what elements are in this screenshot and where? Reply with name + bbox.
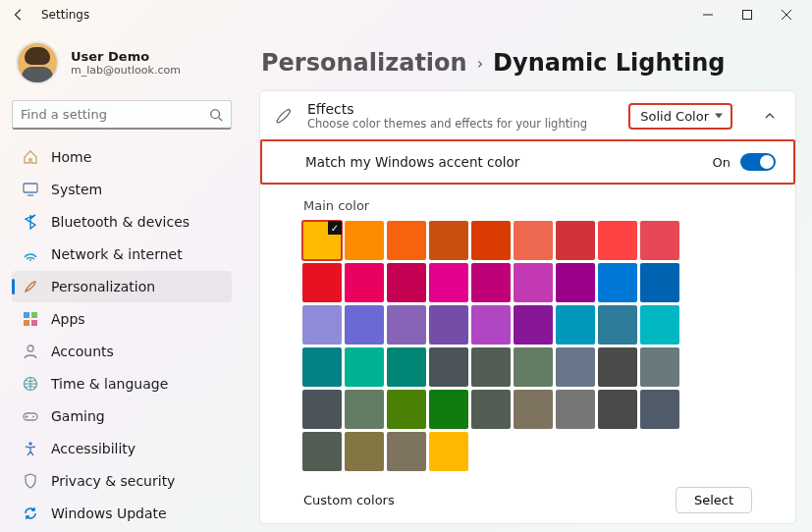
- breadcrumb: Personalization › Dynamic Lighting: [261, 49, 796, 77]
- sidebar-item-label: System: [51, 182, 102, 197]
- sidebar-item-windows-update[interactable]: Windows Update: [12, 498, 232, 529]
- color-swatch[interactable]: [429, 305, 468, 345]
- color-swatch[interactable]: [429, 221, 468, 260]
- color-swatch[interactable]: [640, 347, 679, 387]
- sidebar-item-personalization[interactable]: Personalization: [12, 271, 232, 302]
- color-swatch[interactable]: [598, 263, 637, 302]
- svg-rect-9: [24, 320, 29, 326]
- color-swatch[interactable]: [302, 432, 342, 471]
- sidebar-item-accounts[interactable]: Accounts: [12, 336, 232, 367]
- minimize-button[interactable]: [688, 0, 728, 29]
- avatar: [16, 41, 59, 84]
- back-button[interactable]: [6, 2, 31, 27]
- color-swatch[interactable]: [302, 390, 342, 429]
- sidebar-item-label: Accounts: [51, 344, 114, 359]
- color-swatch[interactable]: [598, 305, 637, 345]
- color-swatch[interactable]: [556, 221, 595, 260]
- search-box[interactable]: [12, 100, 232, 130]
- color-swatch[interactable]: [640, 263, 679, 302]
- profile-name: User Demo: [71, 49, 181, 64]
- color-swatch[interactable]: [302, 263, 342, 302]
- color-swatch[interactable]: [387, 263, 426, 302]
- color-swatch[interactable]: [471, 221, 511, 260]
- search-icon: [209, 108, 223, 122]
- color-swatch[interactable]: [387, 432, 426, 471]
- sidebar-item-label: Network & internet: [51, 246, 183, 262]
- sidebar-item-label: Accessibility: [51, 441, 135, 456]
- sidebar-item-system[interactable]: System: [12, 174, 232, 205]
- color-swatch[interactable]: [345, 347, 384, 387]
- sidebar-item-accessibility[interactable]: Accessibility: [12, 433, 232, 464]
- page-title: Dynamic Lighting: [493, 49, 725, 77]
- chevron-right-icon: ›: [477, 54, 483, 73]
- sidebar-item-apps[interactable]: Apps: [12, 303, 232, 335]
- color-swatch[interactable]: [640, 390, 679, 429]
- color-swatch[interactable]: [514, 390, 553, 429]
- color-swatch[interactable]: [387, 390, 426, 429]
- sidebar-item-gaming[interactable]: Gaming: [12, 400, 232, 432]
- sidebar-item-privacy-security[interactable]: Privacy & security: [12, 465, 232, 497]
- breadcrumb-parent[interactable]: Personalization: [261, 49, 467, 77]
- accessibility-icon: [22, 440, 39, 457]
- color-swatch[interactable]: [345, 263, 384, 302]
- system-icon: [22, 181, 39, 198]
- color-swatch[interactable]: [345, 390, 384, 429]
- color-swatch[interactable]: [514, 305, 553, 345]
- expand-toggle[interactable]: [758, 104, 782, 128]
- svg-rect-7: [24, 312, 29, 318]
- match-accent-toggle[interactable]: [740, 153, 776, 171]
- color-swatch[interactable]: [302, 305, 342, 345]
- select-custom-color-button[interactable]: Select: [676, 487, 752, 513]
- profile[interactable]: User Demo m_lab@outlook.com: [12, 37, 232, 98]
- close-button[interactable]: [767, 0, 806, 29]
- color-swatch[interactable]: [302, 347, 342, 387]
- sidebar-item-network-internet[interactable]: Network & internet: [12, 239, 232, 270]
- accounts-icon: [22, 343, 39, 360]
- search-input[interactable]: [21, 107, 209, 122]
- color-swatch[interactable]: [514, 221, 553, 260]
- color-swatch[interactable]: [471, 305, 511, 345]
- color-swatch[interactable]: [387, 221, 426, 260]
- color-swatch[interactable]: [471, 347, 511, 387]
- sidebar-item-label: Gaming: [51, 408, 105, 424]
- color-swatch[interactable]: [598, 221, 637, 260]
- arrow-left-icon: [12, 8, 26, 22]
- update-icon: [22, 505, 39, 522]
- color-swatch[interactable]: [514, 347, 553, 387]
- color-swatch[interactable]: [471, 390, 511, 429]
- color-swatch[interactable]: [387, 347, 426, 387]
- color-swatch[interactable]: [640, 221, 679, 260]
- nav-list: HomeSystemBluetooth & devicesNetwork & i…: [12, 141, 232, 529]
- effects-header[interactable]: Effects Choose color themes and effects …: [260, 91, 795, 140]
- svg-rect-10: [31, 320, 37, 326]
- color-swatch[interactable]: [556, 347, 595, 387]
- color-swatch[interactable]: [345, 221, 384, 260]
- sidebar-item-label: Bluetooth & devices: [51, 214, 189, 230]
- color-swatch[interactable]: [598, 390, 637, 429]
- color-swatch[interactable]: [429, 390, 468, 429]
- effects-dropdown[interactable]: Solid Color: [628, 103, 732, 130]
- color-swatch[interactable]: [514, 263, 553, 302]
- color-swatch[interactable]: [556, 305, 595, 345]
- effects-title: Effects: [307, 101, 587, 117]
- color-swatch[interactable]: ✓: [302, 221, 342, 260]
- color-swatch[interactable]: [640, 305, 679, 345]
- svg-point-2: [211, 109, 220, 118]
- color-swatch[interactable]: [556, 263, 595, 302]
- sidebar-item-bluetooth-devices[interactable]: Bluetooth & devices: [12, 206, 232, 238]
- color-swatch[interactable]: [556, 390, 595, 429]
- color-swatch[interactable]: [429, 432, 468, 471]
- check-icon: ✓: [328, 221, 342, 235]
- svg-point-11: [27, 346, 33, 351]
- sidebar-item-time-language[interactable]: Time & language: [12, 368, 232, 399]
- color-swatch[interactable]: [387, 305, 426, 345]
- color-swatch[interactable]: [345, 432, 384, 471]
- color-swatch[interactable]: [471, 263, 511, 302]
- color-swatch[interactable]: [429, 347, 468, 387]
- effects-card: Effects Choose color themes and effects …: [259, 90, 796, 524]
- color-swatch[interactable]: [345, 305, 384, 345]
- color-swatch[interactable]: [429, 263, 468, 302]
- sidebar-item-home[interactable]: Home: [12, 141, 232, 173]
- maximize-button[interactable]: [728, 0, 767, 29]
- color-swatch[interactable]: [598, 347, 637, 387]
